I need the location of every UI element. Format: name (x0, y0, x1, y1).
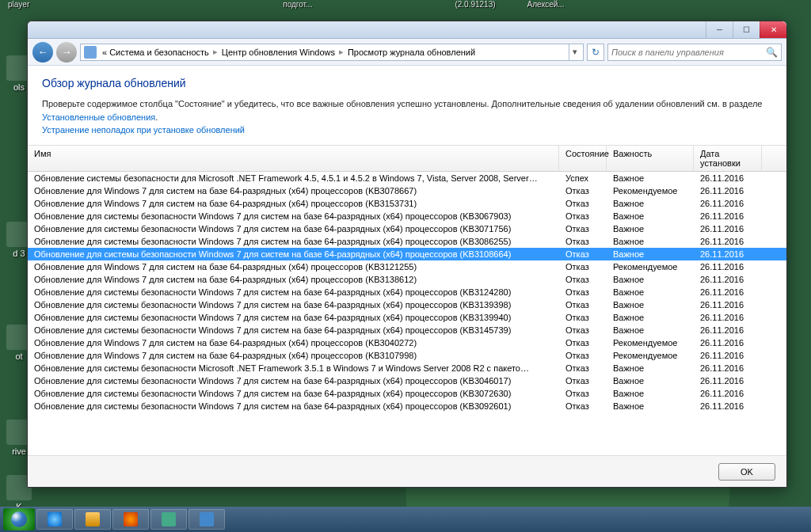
cell-date: 26.11.2016 (694, 363, 762, 374)
start-button[interactable] (3, 508, 35, 530)
cell-status: Отказ (559, 198, 607, 209)
table-row[interactable]: Обновление для системы безопасности Wind… (28, 286, 786, 298)
table-row[interactable]: Обновление для Windows 7 для систем на б… (28, 273, 786, 286)
maximize-button[interactable]: ☐ (733, 21, 760, 38)
search-input[interactable] (611, 48, 766, 57)
cell-name: Обновление для системы безопасности Wind… (28, 401, 559, 412)
cell-status: Отказ (559, 211, 607, 222)
breadcrumb-item[interactable]: Система и безопасность (109, 48, 209, 57)
table-row[interactable]: Обновление для системы безопасности Wind… (28, 248, 786, 260)
cell-date: 26.11.2016 (694, 287, 762, 298)
cell-name: Обновление для системы безопасности Micr… (28, 363, 559, 374)
update-history-window: ─ ☐ ✕ ← → « Система и безопасность▸ Цент… (27, 21, 787, 488)
taskbar-firefox[interactable] (112, 509, 149, 530)
table-row[interactable]: Обновление для системы безопасности Wind… (28, 387, 786, 400)
minimize-button[interactable]: ─ (706, 21, 733, 38)
cell-date: 26.11.2016 (694, 223, 762, 234)
cell-date: 26.11.2016 (694, 350, 762, 361)
cell-date: 26.11.2016 (694, 388, 762, 399)
table-header[interactable]: Имя Состояние Важность Дата установки (28, 146, 786, 172)
troubleshoot-link[interactable]: Устранение неполадок при установке обнов… (42, 125, 245, 135)
cell-name: Обновление для системы безопасности Wind… (28, 211, 559, 222)
cell-name: Обновление для Windows 7 для систем на б… (28, 261, 559, 272)
cell-status: Отказ (559, 185, 607, 196)
folder-icon (86, 512, 100, 526)
cell-name: Обновление для системы безопасности Wind… (28, 223, 559, 234)
search-box[interactable]: 🔍 (607, 44, 782, 61)
cell-importance: Важное (607, 363, 694, 374)
ok-button[interactable]: OK (718, 463, 775, 481)
taskbar-explorer[interactable] (74, 509, 111, 530)
col-status[interactable]: Состояние (559, 146, 607, 171)
col-name[interactable]: Имя (28, 146, 559, 171)
cell-date: 26.11.2016 (694, 337, 762, 348)
cell-status: Успех (559, 173, 607, 184)
cell-importance: Важное (607, 299, 694, 310)
installed-updates-link[interactable]: Установленные обновления (42, 112, 155, 122)
table-row[interactable]: Обновление системы безопасности для Micr… (28, 172, 786, 184)
table-row[interactable]: Обновление для Windows 7 для систем на б… (28, 260, 786, 273)
page-title: Обзор журнала обновлений (42, 77, 772, 89)
taskbar-app[interactable] (150, 509, 187, 530)
cell-status: Отказ (559, 388, 607, 399)
cell-name: Обновление для Windows 7 для систем на б… (28, 185, 559, 196)
table-row[interactable]: Обновление для системы безопасности Wind… (28, 400, 786, 412)
table-row[interactable]: Обновление для системы безопасности Micr… (28, 362, 786, 374)
cell-importance: Важное (607, 388, 694, 399)
cell-importance: Важное (607, 223, 694, 234)
cell-date: 26.11.2016 (694, 249, 762, 260)
cell-status: Отказ (559, 337, 607, 348)
cell-name: Обновление для Windows 7 для систем на б… (28, 337, 559, 348)
cell-status: Отказ (559, 223, 607, 234)
desktop-top-labels: player подгот... (2.0.91213) Алексей... (0, 0, 811, 16)
cell-date: 26.11.2016 (694, 173, 762, 184)
close-button[interactable]: ✕ (760, 21, 786, 38)
table-row[interactable]: Обновление для системы безопасности Wind… (28, 235, 786, 248)
page-header: Обзор журнала обновлений Проверьте содер… (28, 66, 786, 145)
breadcrumb-item[interactable]: Центр обновления Windows (222, 48, 335, 57)
cell-name: Обновление для системы безопасности Wind… (28, 299, 559, 310)
col-importance[interactable]: Важность (607, 146, 694, 171)
app-icon (200, 512, 214, 526)
cell-name: Обновление для системы безопасности Wind… (28, 388, 559, 399)
forward-button[interactable]: → (56, 42, 77, 63)
cell-date: 26.11.2016 (694, 185, 762, 196)
breadcrumb-dropdown[interactable]: ▾ (569, 44, 580, 60)
breadcrumb-item[interactable]: Просмотр журнала обновлений (348, 48, 475, 57)
breadcrumb[interactable]: « Система и безопасность▸ Центр обновлен… (80, 44, 584, 61)
cell-importance: Важное (607, 173, 694, 184)
table-row[interactable]: Обновление для системы безопасности Wind… (28, 298, 786, 311)
cell-importance: Рекомендуемое (607, 261, 694, 272)
table-row[interactable]: Обновление для Windows 7 для систем на б… (28, 336, 786, 349)
breadcrumb-root[interactable]: « (102, 48, 107, 57)
table-row[interactable]: Обновление для системы безопасности Wind… (28, 374, 786, 387)
titlebar[interactable]: ─ ☐ ✕ (28, 21, 786, 39)
taskbar-ie[interactable] (36, 509, 73, 530)
table-row[interactable]: Обновление для системы безопасности Wind… (28, 311, 786, 324)
table-row[interactable]: Обновление для системы безопасности Wind… (28, 324, 786, 336)
cell-status: Отказ (559, 325, 607, 336)
cell-date: 26.11.2016 (694, 261, 762, 272)
table-body[interactable]: Обновление системы безопасности для Micr… (28, 172, 786, 456)
refresh-button[interactable]: ↻ (587, 44, 604, 61)
search-icon: 🔍 (766, 47, 778, 58)
table-row[interactable]: Обновление для Windows 7 для систем на б… (28, 184, 786, 197)
cell-name: Обновление для системы безопасности Wind… (28, 312, 559, 323)
cell-status: Отказ (559, 274, 607, 285)
cell-importance: Рекомендуемое (607, 337, 694, 348)
table-row[interactable]: Обновление для Windows 7 для систем на б… (28, 197, 786, 210)
cell-importance: Важное (607, 401, 694, 412)
taskbar[interactable] (0, 507, 811, 532)
navigation-bar: ← → « Система и безопасность▸ Центр обно… (28, 39, 786, 66)
cell-importance: Важное (607, 249, 694, 260)
cell-status: Отказ (559, 249, 607, 260)
cell-status: Отказ (559, 236, 607, 247)
taskbar-app2[interactable] (188, 509, 225, 530)
table-row[interactable]: Обновление для системы безопасности Wind… (28, 210, 786, 222)
cell-status: Отказ (559, 261, 607, 272)
table-row[interactable]: Обновление для системы безопасности Wind… (28, 222, 786, 235)
table-row[interactable]: Обновление для Windows 7 для систем на б… (28, 349, 786, 362)
col-date[interactable]: Дата установки (694, 146, 762, 171)
back-button[interactable]: ← (32, 42, 53, 63)
cell-importance: Важное (607, 236, 694, 247)
